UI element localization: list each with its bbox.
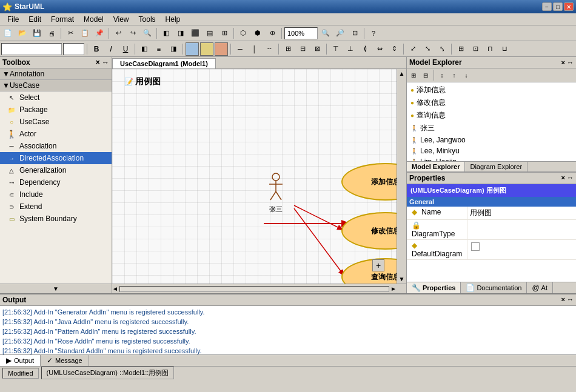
tb-extra-4[interactable]: ⊔ — [498, 42, 511, 56]
tab-documentation[interactable]: 📄Documentation — [461, 282, 527, 293]
paste-button[interactable]: 📌 — [93, 27, 106, 40]
default-diagram-checkbox[interactable] — [471, 242, 480, 251]
tb-extra-2[interactable]: ⊡ — [469, 42, 482, 56]
tb-btn-9[interactable]: ? — [367, 27, 380, 40]
me-btn-2[interactable]: ⊟ — [420, 70, 431, 81]
menu-file[interactable]: File — [2, 14, 24, 25]
diagram-canvas[interactable]: 📝 用例图 — [112, 69, 397, 284]
color-3[interactable] — [215, 42, 228, 56]
toolbox-item-extend[interactable]: ⊃ Extend — [0, 201, 112, 213]
output-controls[interactable]: × ↔ — [561, 296, 574, 304]
redo-button[interactable]: ↪ — [126, 27, 139, 40]
layout-3[interactable]: ⊠ — [310, 42, 324, 56]
underline-button[interactable]: U — [119, 42, 132, 56]
tab-at[interactable]: @At — [527, 282, 553, 293]
toolbox-item-directed-association[interactable]: → DirectedAssociation — [0, 152, 112, 164]
color-1[interactable] — [186, 42, 199, 56]
print-button[interactable]: 🖨 — [45, 27, 58, 40]
color-2[interactable] — [200, 42, 213, 56]
me-up-btn[interactable]: ↑ — [449, 70, 460, 81]
line-3[interactable]: ╌ — [263, 42, 276, 56]
tb-btn-6[interactable]: ⬡ — [236, 27, 250, 40]
toolbox-item-generalization[interactable]: △ Generalization — [0, 164, 112, 176]
tab-output[interactable]: ▶Output — [0, 355, 41, 366]
me-btn-1[interactable]: ⊞ — [408, 70, 419, 81]
zoom-fit[interactable]: ⊡ — [348, 27, 361, 40]
menu-edit[interactable]: Edit — [24, 14, 46, 25]
toolbox-pin[interactable]: × ↔ — [96, 58, 109, 67]
bold-button[interactable]: B — [90, 42, 103, 56]
font-name[interactable] — [1, 43, 62, 55]
usecase-query[interactable]: 查询信息 — [341, 258, 397, 284]
tb-btn-3[interactable]: ⬛ — [189, 27, 202, 40]
distribute-h[interactable]: ⇔ — [373, 42, 386, 56]
tb-btn-8[interactable]: ⊕ — [266, 27, 279, 40]
resize-1[interactable]: ⤢ — [406, 42, 420, 56]
zoom-in[interactable]: 🔍 — [319, 27, 332, 40]
undo-button[interactable]: ↩ — [112, 27, 125, 40]
resize-2[interactable]: ⤡ — [421, 42, 434, 56]
layout-2[interactable]: ⊟ — [296, 42, 309, 56]
usecase-add[interactable]: 添加信息 — [341, 163, 397, 201]
align-left[interactable]: ◧ — [138, 42, 151, 56]
align-top[interactable]: ⊤ — [329, 42, 343, 56]
toolbox-item-package[interactable]: 📁 Package — [0, 104, 112, 116]
menu-help[interactable]: Help — [161, 14, 186, 25]
canvas-add-button[interactable]: + — [372, 259, 384, 271]
toolbox-item-system-boundary[interactable]: ▭ System Boundary — [0, 213, 112, 225]
align-bot[interactable]: ≬ — [358, 42, 372, 56]
canvas-scrollbar-bottom[interactable]: ◄ ► — [112, 284, 406, 293]
line-2[interactable]: │ — [248, 42, 261, 56]
tree-item-lim-heejin[interactable]: 🚶 Lim, Heejin — [408, 156, 575, 161]
tab-message[interactable]: ✓Message — [41, 355, 89, 366]
canvas-tab-usecase[interactable]: UseCaseDiagram1 (Model1) — [112, 58, 216, 68]
menu-view[interactable]: View — [109, 14, 134, 25]
menu-model[interactable]: Model — [79, 14, 109, 25]
tree-item-zhangsan[interactable]: 🚶 张三 — [408, 122, 575, 135]
toolbox-section-annotation[interactable]: ▼ Annotation — [0, 68, 112, 80]
align-mid[interactable]: ⊥ — [344, 42, 357, 56]
tab-properties[interactable]: 🔧Properties — [407, 282, 461, 293]
save-button[interactable]: 💾 — [30, 27, 44, 40]
scroll-up-button[interactable]: ▲ — [399, 70, 405, 77]
zoom-out[interactable]: 🔎 — [333, 27, 347, 40]
toolbox-section-usecase[interactable]: ▼ UseCase — [0, 80, 112, 91]
toolbox-item-include[interactable]: ⊂ Include — [0, 188, 112, 201]
italic-button[interactable]: I — [104, 42, 118, 56]
properties-controls[interactable]: × ↔ — [561, 174, 574, 182]
toolbox-item-association[interactable]: ─ Association — [0, 140, 112, 152]
cut-button[interactable]: ✂ — [64, 27, 77, 40]
open-button[interactable]: 📂 — [16, 27, 29, 40]
toolbox-item-usecase[interactable]: ○ UseCase — [0, 116, 112, 128]
resize-3[interactable]: ⤣ — [435, 42, 449, 56]
toolbox-item-select[interactable]: ↖ Select — [0, 91, 112, 104]
toolbox-item-actor[interactable]: 🚶 Actor — [0, 128, 112, 140]
actor-zhangsan[interactable]: 张三 — [267, 172, 285, 214]
tb-btn-2[interactable]: ◨ — [174, 27, 187, 40]
canvas-scrollbar[interactable]: ▲ ▼ — [397, 69, 406, 284]
close-button[interactable]: ✕ — [564, 2, 574, 11]
copy-button[interactable]: 📋 — [78, 27, 92, 40]
scroll-right-button[interactable]: ► — [390, 285, 397, 292]
tree-item-query-info[interactable]: ● 查询信息 — [408, 109, 575, 122]
tree-item-modify-info[interactable]: ● 修改信息 — [408, 96, 575, 109]
tree-item-add-info[interactable]: ● 添加信息 — [408, 84, 575, 96]
tb-btn-5[interactable]: ⊞ — [218, 27, 231, 40]
me-down-btn[interactable]: ↓ — [461, 70, 472, 81]
tree-item-lee-jangwoo[interactable]: 🚶 Lee, Jangwoo — [408, 135, 575, 145]
diagram-title-input[interactable]: 📝 用例图 — [124, 76, 161, 87]
me-sort-btn[interactable]: ↕ — [437, 70, 447, 81]
layout-1[interactable]: ⊞ — [281, 42, 295, 56]
scroll-left-button[interactable]: ◄ — [112, 285, 118, 292]
usecase-modify[interactable]: 修改信息 — [341, 212, 397, 250]
font-size[interactable] — [63, 43, 84, 55]
line-1[interactable]: ─ — [233, 42, 247, 56]
tb-extra-1[interactable]: ⊞ — [454, 42, 467, 56]
find-button[interactable]: 🔍 — [141, 27, 154, 40]
model-explorer-controls[interactable]: × ↔ — [561, 59, 574, 66]
maximize-button[interactable]: □ — [553, 2, 563, 11]
tb-extra-3[interactable]: ⊓ — [483, 42, 497, 56]
toolbox-scrollbar[interactable]: ▼ — [53, 285, 59, 292]
distribute-v[interactable]: ⇕ — [387, 42, 401, 56]
tb-btn-4[interactable]: ▤ — [203, 27, 216, 40]
